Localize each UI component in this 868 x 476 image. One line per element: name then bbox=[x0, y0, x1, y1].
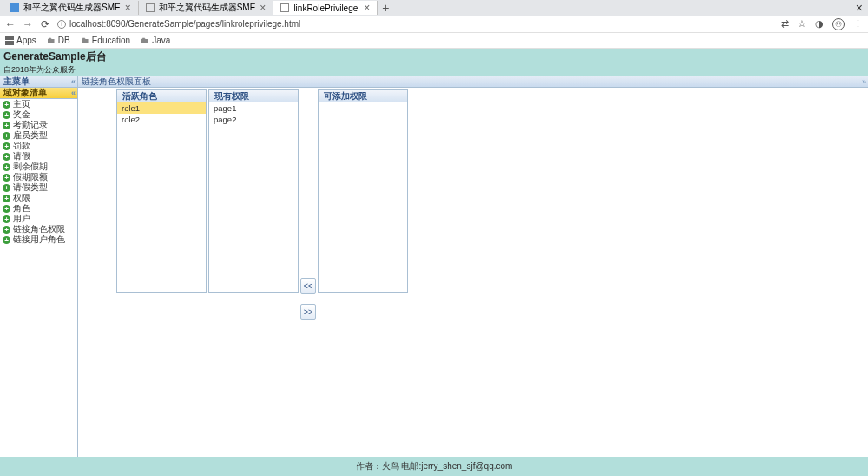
folder-icon: 🖿 bbox=[47, 36, 56, 45]
move-right-button[interactable]: >> bbox=[300, 304, 316, 320]
sidebar-item[interactable]: +用户 bbox=[0, 214, 77, 224]
tab-title: 和平之翼代码生成器SME bbox=[159, 2, 256, 14]
browser-tab-bar: 和平之翼代码生成器SME× 和平之翼代码生成器SME× linkRolePriv… bbox=[0, 0, 868, 16]
panel-header: 现有权限 bbox=[209, 90, 298, 102]
app-subtitle-bar: 自2018年为公众服务 bbox=[0, 64, 868, 76]
plus-icon: + bbox=[3, 111, 10, 119]
sidebar-items: +主页+奖金+考勤记录+雇员类型+罚款+请假+剩余假期+假期限额+请假类型+权限… bbox=[0, 99, 77, 457]
tab-title: 和平之翼代码生成器SME bbox=[23, 2, 121, 14]
list-item[interactable]: role2 bbox=[117, 114, 206, 125]
forward-icon[interactable]: → bbox=[23, 18, 33, 30]
translate-icon[interactable]: ⇄ bbox=[781, 18, 789, 30]
plus-icon: + bbox=[3, 163, 10, 171]
plus-icon: + bbox=[3, 132, 10, 140]
info-icon[interactable]: i bbox=[57, 20, 66, 29]
back-icon[interactable]: ← bbox=[5, 18, 16, 30]
sidebar-item[interactable]: +链接角色权限 bbox=[0, 224, 77, 235]
star-icon[interactable]: ☆ bbox=[798, 18, 806, 30]
sidebar-item[interactable]: +考勤记录 bbox=[0, 120, 77, 130]
app-title: GenerateSample后台 bbox=[3, 50, 107, 64]
plus-icon: + bbox=[3, 122, 10, 129]
browser-tab-active[interactable]: linkRolePrivilege× bbox=[273, 1, 378, 15]
sidebar-item[interactable]: +权限 bbox=[0, 193, 77, 203]
footer: 作者：火鸟 电邮:jerry_shen_sjf@qq.com bbox=[0, 457, 868, 476]
plus-icon: + bbox=[3, 184, 10, 192]
favicon-icon bbox=[280, 3, 289, 12]
url-text: localhost:8090/GenerateSample/pages/link… bbox=[69, 19, 300, 29]
favicon-icon bbox=[146, 3, 155, 12]
plus-icon: + bbox=[3, 205, 10, 213]
sidebar-item[interactable]: +雇员类型 bbox=[0, 130, 77, 141]
move-buttons: << >> bbox=[300, 89, 316, 455]
panel-header: 活跃角色 bbox=[117, 90, 206, 102]
reload-icon[interactable]: ⟳ bbox=[40, 18, 50, 30]
sidebar-item[interactable]: +假期限额 bbox=[0, 172, 77, 182]
move-left-button[interactable]: << bbox=[300, 278, 316, 294]
bookmarks-bar: Apps 🖿DB 🖿Education 🖿Java bbox=[0, 33, 868, 49]
roles-panel: 活跃角色 role1role2 bbox=[116, 89, 207, 293]
roles-list: role1role2 bbox=[117, 102, 206, 292]
tab-title: linkRolePrivilege bbox=[293, 3, 358, 13]
browser-tab[interactable]: 和平之翼代码生成器SME× bbox=[3, 1, 139, 15]
user-icon[interactable]: ⚇ bbox=[832, 18, 845, 30]
address-bar: ← → ⟳ ilocalhost:8090/GenerateSample/pag… bbox=[0, 16, 868, 33]
plus-icon: + bbox=[3, 174, 10, 182]
new-tab-button[interactable]: + bbox=[378, 1, 393, 15]
plus-icon: + bbox=[3, 236, 10, 244]
available-list bbox=[319, 102, 407, 292]
sidebar-item[interactable]: +请假 bbox=[0, 151, 77, 162]
close-icon[interactable]: × bbox=[260, 2, 266, 14]
plus-icon: + bbox=[3, 215, 10, 223]
app-title-bar: GenerateSample后台 bbox=[0, 49, 868, 64]
bookmark-folder[interactable]: 🖿Education bbox=[81, 36, 130, 45]
sidebar-domain-header[interactable]: 域对象清单« bbox=[0, 88, 77, 99]
panel-header: 可添加权限 bbox=[319, 90, 407, 102]
plus-icon: + bbox=[3, 142, 10, 150]
sidebar-item[interactable]: +请假类型 bbox=[0, 182, 77, 193]
owned-list: page1page2 bbox=[209, 102, 298, 292]
url-box[interactable]: ilocalhost:8090/GenerateSample/pages/lin… bbox=[57, 19, 774, 29]
folder-icon: 🖿 bbox=[141, 36, 149, 45]
apps-icon bbox=[5, 36, 14, 45]
sidebar-item[interactable]: +角色 bbox=[0, 203, 77, 214]
collapse-icon[interactable]: « bbox=[71, 89, 76, 97]
main-header: 链接角色权限面板» bbox=[78, 76, 868, 88]
sidebar-item[interactable]: +奖金 bbox=[0, 109, 77, 120]
bookmark-folder[interactable]: 🖿DB bbox=[47, 36, 70, 45]
list-item[interactable]: page2 bbox=[209, 114, 298, 125]
close-icon[interactable]: × bbox=[364, 2, 370, 14]
plus-icon: + bbox=[3, 226, 10, 234]
available-panel: 可添加权限 bbox=[318, 89, 408, 293]
browser-tab[interactable]: 和平之翼代码生成器SME× bbox=[139, 1, 274, 15]
footer-text: 作者：火鸟 电邮:jerry_shen_sjf@qq.com bbox=[356, 460, 513, 473]
sidebar-item[interactable]: +链接用户角色 bbox=[0, 235, 77, 245]
close-icon[interactable]: × bbox=[125, 2, 131, 14]
app-subtitle: 自2018年为公众服务 bbox=[3, 64, 76, 76]
favicon-icon bbox=[10, 3, 19, 12]
plus-icon: + bbox=[3, 195, 10, 202]
sidebar: 主菜单« 域对象清单« +主页+奖金+考勤记录+雇员类型+罚款+请假+剩余假期+… bbox=[0, 76, 78, 457]
owned-panel: 现有权限 page1page2 bbox=[208, 89, 299, 293]
apps-bookmark[interactable]: Apps bbox=[5, 36, 36, 45]
list-item[interactable]: page1 bbox=[209, 102, 298, 114]
extension-icon[interactable]: ◑ bbox=[815, 18, 824, 30]
plus-icon: + bbox=[3, 153, 10, 161]
sidebar-item[interactable]: +罚款 bbox=[0, 141, 77, 151]
sidebar-item-label: 链接用户角色 bbox=[13, 235, 65, 246]
sidebar-item[interactable]: +主页 bbox=[0, 99, 77, 109]
window-close-icon[interactable]: × bbox=[856, 1, 863, 15]
main-area: 链接角色权限面板» 活跃角色 role1role2 现有权限 page1page… bbox=[78, 76, 868, 457]
bookmark-folder[interactable]: 🖿Java bbox=[141, 36, 170, 45]
menu-icon[interactable]: ⋮ bbox=[853, 18, 863, 30]
main-header-title: 链接角色权限面板 bbox=[82, 76, 151, 88]
plus-icon: + bbox=[3, 101, 10, 109]
sidebar-item[interactable]: +剩余假期 bbox=[0, 162, 77, 172]
folder-icon: 🖿 bbox=[81, 36, 89, 45]
collapse-icon[interactable]: » bbox=[862, 77, 866, 86]
collapse-icon[interactable]: « bbox=[71, 77, 76, 86]
list-item[interactable]: role1 bbox=[117, 102, 206, 114]
